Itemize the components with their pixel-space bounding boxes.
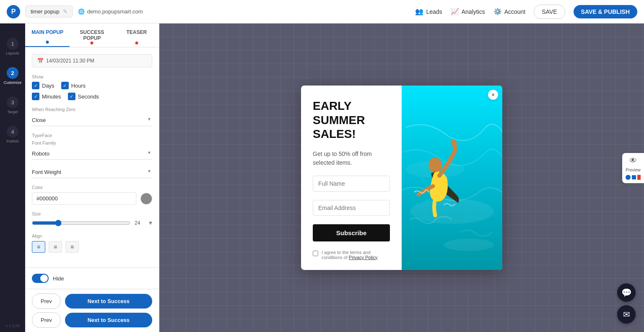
panel-tabs: MAIN POPUP SUCCESS POPUP TEASER: [25, 23, 159, 47]
tab-teaser-label: TEASER: [126, 29, 147, 35]
bottom-nav-row-2: Prev Next to Success: [32, 312, 152, 328]
privacy-text: I agree to the terms and conditions of P…: [322, 250, 390, 260]
nav-account[interactable]: ⚙️ Account: [493, 8, 526, 16]
save-publish-button[interactable]: SAVE & PUBLISH: [574, 5, 637, 18]
font-family-select[interactable]: Roboto Arial Georgia: [32, 148, 152, 160]
seconds-label: Seconds: [78, 93, 99, 100]
sidebar-item-publish[interactable]: 4 Publish: [0, 120, 25, 149]
preview-eye-icon: 👁: [629, 156, 637, 165]
show-days[interactable]: ✓ Days: [32, 82, 55, 89]
email-address-input[interactable]: [313, 200, 390, 216]
sidebar-item-layouts[interactable]: 1 Layouts: [0, 32, 25, 61]
main-layout: 1 Layouts 2 Customize 3 Target 4 Publish…: [0, 23, 644, 332]
account-icon: ⚙️: [493, 8, 502, 16]
tab-success-popup-label: SUCCESS POPUP: [80, 29, 104, 41]
sidebar-layouts-label: Layouts: [6, 51, 19, 55]
tab-success-popup[interactable]: SUCCESS POPUP: [70, 23, 114, 47]
analytics-icon: 📈: [451, 8, 459, 16]
align-label: Align: [32, 233, 152, 239]
color-group: Color #000000: [32, 185, 152, 205]
sidebar-publish-label: Publish: [6, 139, 19, 143]
svg-point-4: [428, 158, 442, 173]
popup-close-button[interactable]: ×: [488, 90, 498, 100]
show-hours[interactable]: ✓ Hours: [61, 82, 86, 89]
align-left-button[interactable]: ≡: [32, 241, 45, 253]
font-family-select-wrapper: Roboto Arial Georgia: [32, 148, 152, 160]
minutes-label: Minutes: [42, 93, 61, 100]
publish-number: 4: [11, 129, 14, 135]
color-input[interactable]: #000000: [32, 192, 136, 205]
left-panel: MAIN POPUP SUCCESS POPUP TEASER 📅 14/03/…: [25, 23, 159, 332]
customize-number: 2: [11, 70, 14, 76]
days-checkbox[interactable]: ✓: [32, 82, 39, 89]
tab-main-popup-label: MAIN POPUP: [31, 29, 63, 35]
preview-dot-mobile[interactable]: [637, 175, 641, 180]
nav-leads[interactable]: 👥 Leads: [415, 8, 442, 16]
show-row-1: ✓ Days ✓ Hours: [32, 82, 152, 89]
popup-left: EARLY SUMMER SALES! Get up to 50% off fr…: [301, 86, 402, 270]
show-label: Show: [32, 74, 152, 79]
size-decrement-icon[interactable]: ▾: [149, 219, 152, 227]
font-weight-group: Font Weight 400 700: [32, 166, 152, 178]
size-slider[interactable]: [32, 220, 130, 226]
sidebar-item-target[interactable]: 3 Target: [0, 91, 25, 120]
next-button-1[interactable]: Next to Success: [65, 294, 152, 309]
topbar: P timer popup ✎ 🌐 demo.popupsmart.com 👥 …: [0, 0, 644, 23]
tab-teaser[interactable]: TEASER: [114, 23, 159, 47]
font-family-label: Font Family: [32, 140, 152, 145]
privacy-checkbox[interactable]: [313, 251, 318, 256]
edit-icon: ✎: [63, 8, 68, 15]
full-name-input[interactable]: [313, 176, 390, 192]
show-minutes[interactable]: ✓ Minutes: [32, 93, 61, 100]
show-seconds[interactable]: ✓ Seconds: [68, 93, 99, 100]
typeface-group: TypeFace Font Family Roboto Arial Georgi…: [32, 133, 152, 160]
color-swatch[interactable]: [140, 193, 152, 205]
preview-dot-row: [626, 175, 641, 180]
hide-label: Hide: [53, 275, 64, 282]
popup-name-display[interactable]: timer popup ✎: [25, 5, 73, 18]
font-weight-select-wrapper: Font Weight 400 700: [32, 166, 152, 178]
svg-point-5: [451, 139, 457, 146]
popup-right: ×: [402, 86, 502, 270]
logo[interactable]: P: [7, 5, 20, 18]
seconds-checkbox[interactable]: ✓: [68, 93, 75, 100]
privacy-policy-link[interactable]: Privacy Policy: [349, 255, 377, 260]
sidebar-item-customize[interactable]: 2 Customize: [0, 61, 25, 91]
preview-toggle[interactable]: 👁 Preview: [622, 153, 644, 183]
prev-button-2[interactable]: Prev: [32, 312, 61, 328]
hours-checkbox[interactable]: ✓: [61, 82, 69, 89]
minutes-checkbox[interactable]: ✓: [32, 93, 39, 100]
when-reaching-zero-group: When Reaching Zero Close Redirect Hide: [32, 107, 152, 126]
size-value: 24: [135, 220, 145, 226]
chat-icon-2[interactable]: ✉: [617, 305, 636, 324]
hours-label: Hours: [71, 83, 86, 89]
leads-label: Leads: [426, 8, 442, 15]
align-right-button[interactable]: ≡: [65, 241, 79, 253]
panel-bottom: Prev Next to Success Prev Next to Succes…: [25, 289, 159, 332]
popup-preview: EARLY SUMMER SALES! Get up to 50% off fr…: [301, 86, 502, 270]
sidebar-target-label: Target: [7, 110, 18, 114]
font-weight-select[interactable]: Font Weight 400 700: [32, 166, 152, 178]
close-icon: ×: [491, 91, 495, 98]
days-label: Days: [42, 83, 55, 89]
nav-analytics[interactable]: 📈 Analytics: [451, 8, 485, 16]
save-button[interactable]: SAVE: [534, 5, 565, 19]
account-label: Account: [504, 8, 526, 15]
bottom-nav-row-1: Prev Next to Success: [32, 293, 152, 309]
calendar-icon: 📅: [37, 58, 44, 64]
align-center-button[interactable]: ≡: [49, 241, 62, 253]
size-group: Size 24 ▾: [32, 211, 152, 227]
next-button-2[interactable]: Next to Success: [65, 313, 152, 327]
preview-dot-tablet[interactable]: [632, 175, 636, 179]
preview-dot-desktop[interactable]: [626, 175, 631, 180]
canvas-area: EARLY SUMMER SALES! Get up to 50% off fr…: [159, 23, 644, 332]
subscribe-button[interactable]: Subscribe: [313, 224, 390, 241]
typeface-label: TypeFace: [32, 133, 152, 138]
show-section: Show ✓ Days ✓ Hours ✓ Minutes: [32, 74, 152, 100]
popup-headline: EARLY SUMMER SALES!: [313, 99, 390, 141]
when-reaching-zero-select[interactable]: Close Redirect Hide: [32, 114, 152, 126]
hide-toggle[interactable]: [32, 274, 49, 283]
chat-icon-1[interactable]: 💬: [617, 283, 636, 302]
tab-main-popup[interactable]: MAIN POPUP: [25, 23, 70, 47]
prev-button-1[interactable]: Prev: [32, 293, 61, 309]
